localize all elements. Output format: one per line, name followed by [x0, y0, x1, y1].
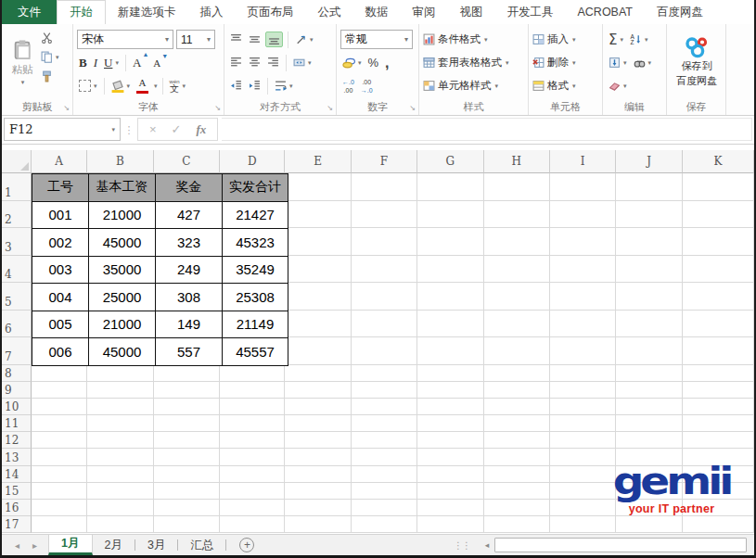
cell-B15[interactable]: [87, 483, 153, 500]
new-sheet-button[interactable]: +: [239, 538, 254, 552]
cell-E7[interactable]: [285, 337, 351, 365]
phonetic-guide-button[interactable]: wén文▾: [168, 78, 188, 95]
row-header-7[interactable]: 7: [2, 337, 32, 365]
row-header-2[interactable]: 2: [2, 201, 32, 229]
cell-G1[interactable]: [417, 173, 483, 201]
cell-J8[interactable]: [616, 365, 682, 382]
cell-C10[interactable]: [154, 399, 220, 415]
cell-E8[interactable]: [285, 365, 351, 382]
cell-H3[interactable]: [484, 228, 550, 256]
cell-I1[interactable]: [550, 173, 616, 201]
cell-F6[interactable]: [352, 311, 417, 338]
decrease-decimal-button[interactable]: .00→.0: [359, 78, 375, 95]
cell-K8[interactable]: [683, 365, 754, 382]
cell-F13[interactable]: [352, 449, 417, 465]
table-cell[interactable]: 25308: [223, 284, 288, 311]
save-to-baidu-button[interactable]: 保存到 百度网盘: [671, 28, 723, 96]
cell-F7[interactable]: [352, 337, 417, 365]
cell-I4[interactable]: [550, 256, 616, 284]
table-cell[interactable]: 003: [32, 256, 89, 284]
table-cell[interactable]: 21000: [89, 311, 156, 338]
tab-page-layout[interactable]: 页面布局: [236, 0, 306, 24]
cell-J1[interactable]: [616, 173, 682, 201]
cell-C14[interactable]: [154, 466, 220, 483]
cell-J11[interactable]: [616, 415, 682, 432]
shrink-font-button[interactable]: A▼: [151, 57, 162, 70]
table-cell[interactable]: 25000: [89, 284, 156, 311]
table-header-cell[interactable]: 实发合计: [223, 174, 288, 202]
cell-G13[interactable]: [417, 449, 483, 465]
cell-A11[interactable]: [32, 415, 87, 432]
font-dialog-launcher[interactable]: ↘: [214, 105, 221, 112]
cell-E13[interactable]: [285, 449, 351, 465]
cell-F12[interactable]: [352, 432, 417, 449]
table-cell[interactable]: 45000: [89, 229, 156, 257]
column-header-F[interactable]: F: [352, 150, 417, 173]
cell-E12[interactable]: [285, 432, 351, 449]
sheet-nav-next-icon[interactable]: ▸: [32, 540, 37, 551]
tabbar-grip[interactable]: ⋮⋮: [454, 535, 470, 555]
clear-button[interactable]: ▾: [607, 79, 629, 93]
cell-H13[interactable]: [484, 449, 550, 465]
borders-button[interactable]: ▾: [77, 79, 99, 93]
align-right-button[interactable]: [265, 56, 281, 70]
cell-A14[interactable]: [32, 466, 87, 483]
cell-I11[interactable]: [550, 415, 616, 432]
table-cell[interactable]: 005: [32, 311, 89, 338]
cell-K3[interactable]: [683, 228, 754, 256]
cell-K6[interactable]: [683, 311, 754, 338]
clipboard-dialog-launcher[interactable]: ↘: [63, 105, 70, 112]
cell-I8[interactable]: [550, 365, 616, 382]
column-header-D[interactable]: D: [220, 150, 285, 173]
cell-G7[interactable]: [417, 337, 483, 365]
cell-F16[interactable]: [352, 500, 417, 516]
cell-I2[interactable]: [550, 201, 616, 229]
table-cell[interactable]: 45323: [223, 229, 288, 257]
cancel-button[interactable]: ×: [149, 122, 157, 136]
cell-F3[interactable]: [352, 228, 417, 256]
cell-I6[interactable]: [550, 311, 616, 338]
delete-cells-button[interactable]: 删除▾: [532, 51, 598, 74]
find-select-button[interactable]: ▾: [632, 56, 654, 70]
table-cell[interactable]: 21149: [223, 311, 288, 338]
cell-D9[interactable]: [220, 382, 285, 399]
sheet-tab-summary[interactable]: 汇总: [178, 535, 225, 555]
number-format-combo[interactable]: 常规▾: [340, 30, 413, 49]
table-cell[interactable]: 557: [156, 338, 223, 366]
insert-cells-button[interactable]: 插入▾: [532, 28, 598, 51]
cell-F1[interactable]: [352, 173, 417, 201]
cell-D13[interactable]: [220, 449, 285, 465]
cell-G9[interactable]: [417, 382, 483, 399]
cell-E14[interactable]: [285, 466, 351, 483]
table-cell[interactable]: 323: [156, 229, 223, 257]
cell-C15[interactable]: [154, 483, 220, 500]
table-cell[interactable]: 35249: [223, 256, 288, 284]
cell-G12[interactable]: [417, 432, 483, 449]
align-top-button[interactable]: [228, 32, 244, 46]
cell-G17[interactable]: [417, 516, 483, 533]
sheet-tab-feb[interactable]: 2月: [93, 535, 135, 555]
row-header-11[interactable]: 11: [2, 415, 32, 432]
table-header-cell[interactable]: 基本工资: [89, 174, 156, 202]
cell-D8[interactable]: [220, 365, 285, 382]
row-header-15[interactable]: 15: [2, 483, 32, 500]
cell-K5[interactable]: [683, 283, 754, 311]
cell-E10[interactable]: [285, 399, 351, 415]
merge-center-button[interactable]: ▾: [291, 56, 314, 70]
cell-H8[interactable]: [484, 365, 550, 382]
cell-G2[interactable]: [417, 201, 483, 229]
cell-K7[interactable]: [683, 337, 754, 365]
table-cell[interactable]: 002: [32, 229, 89, 257]
cell-C9[interactable]: [154, 382, 220, 399]
cell-G8[interactable]: [417, 365, 483, 382]
row-header-1[interactable]: 1: [2, 173, 32, 201]
comma-style-button[interactable]: ,: [383, 58, 391, 68]
row-header-5[interactable]: 5: [2, 283, 32, 311]
cell-D10[interactable]: [220, 399, 285, 415]
cell-E4[interactable]: [285, 256, 351, 284]
cell-E3[interactable]: [285, 228, 351, 256]
column-header-B[interactable]: B: [87, 150, 153, 173]
cell-K11[interactable]: [683, 415, 754, 432]
cell-H9[interactable]: [484, 382, 550, 399]
column-header-E[interactable]: E: [285, 150, 351, 173]
